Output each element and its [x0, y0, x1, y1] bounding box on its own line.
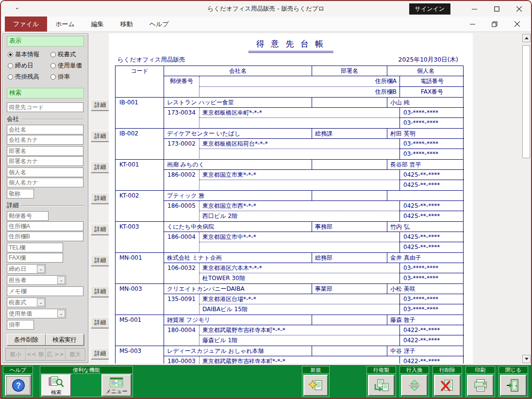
resize-button-3[interactable]: 最大	[66, 349, 85, 360]
new-group: 新規	[302, 366, 330, 397]
swap-rows-button[interactable]	[401, 375, 428, 396]
company-field-4[interactable]	[7, 167, 83, 177]
detail-field-7[interactable]	[7, 286, 83, 296]
detail-field-9[interactable]: 使用単価⌄	[7, 309, 66, 318]
cell-addr-a: 東京都国立市東*-*-*	[200, 170, 399, 180]
cell-fax: 03-****-****	[399, 273, 464, 284]
new-row-button[interactable]	[303, 375, 328, 396]
scroll-down-button[interactable]	[522, 355, 531, 363]
chevron-down-icon[interactable]: ⌄	[37, 265, 45, 273]
chevron-down-icon[interactable]: ⌄	[57, 310, 65, 317]
mdi-close-button[interactable]	[506, 17, 528, 32]
close-button[interactable]	[508, 1, 530, 17]
restore-icon	[492, 21, 498, 27]
mdi-window-controls	[461, 17, 528, 32]
search-icon	[49, 376, 64, 389]
detail-field-4[interactable]	[7, 253, 63, 263]
menu-tab-3[interactable]: 移動	[112, 17, 141, 32]
close-screen-button[interactable]	[500, 375, 527, 396]
chevron-down-icon[interactable]: ⌄	[57, 276, 65, 284]
company-field-1[interactable]	[7, 135, 83, 145]
scroll-up-button[interactable]	[522, 34, 531, 42]
detail-field-1[interactable]	[7, 221, 83, 231]
minimize-button[interactable]	[463, 1, 485, 17]
menu-tab-2[interactable]: 編集	[83, 17, 112, 32]
resize-button-0[interactable]: 最小	[6, 349, 26, 360]
resize-button-2[interactable]: 広 >>	[46, 349, 66, 360]
up-down-arrows-icon	[407, 379, 422, 392]
cell-code: IB-001	[116, 98, 164, 129]
delete-row-label: 行削除	[433, 366, 462, 374]
cell-addr-a: 東京都武蔵野市吉祥寺本町*-*-*	[200, 356, 399, 364]
menu-tab-1[interactable]: ホーム	[47, 17, 83, 32]
cell-dept	[312, 160, 387, 170]
company-field-6[interactable]	[7, 189, 34, 199]
cell-addr-b: 杜TOWER 30階	[200, 273, 399, 284]
detail-button-row-0[interactable]: 詳細	[91, 100, 110, 111]
close-icon	[516, 6, 522, 12]
maximize-button[interactable]	[485, 1, 508, 17]
display-option-2[interactable]: 締め日	[8, 62, 50, 70]
detail-button-row-3[interactable]: 詳細	[91, 193, 110, 204]
display-options: 基本情報税書式締め日使用単価売掛残高掛率	[8, 50, 84, 81]
signin-button[interactable]: サインイン	[409, 3, 450, 15]
detail-field-3[interactable]	[7, 243, 63, 252]
delete-document-icon	[440, 379, 455, 392]
company-field-0[interactable]	[7, 125, 83, 134]
search-button[interactable]: 検索	[41, 374, 71, 397]
chevron-down-icon[interactable]: ⌄	[15, 4, 19, 11]
mdi-restore-button[interactable]	[483, 17, 506, 32]
menu-button[interactable]: メニュー	[101, 374, 132, 397]
menu-tab-4[interactable]: ヘルプ	[141, 17, 177, 32]
company-field-2[interactable]	[7, 146, 83, 156]
detail-field-10[interactable]	[7, 320, 34, 330]
copy-rows-icon	[374, 379, 389, 392]
detail-field-6[interactable]: 担当者⌄	[7, 275, 66, 285]
menu-tab-0[interactable]: ファイル	[5, 17, 47, 32]
chevron-down-icon[interactable]: ⌄	[37, 299, 45, 306]
scrollbar-thumb[interactable]	[522, 45, 530, 158]
detail-field-2[interactable]	[7, 232, 83, 241]
vertical-scrollbar[interactable]	[522, 33, 531, 364]
customer-code-input[interactable]	[7, 102, 83, 112]
exit-door-icon	[506, 379, 521, 392]
detail-button-row-6[interactable]: 詳細	[91, 286, 110, 297]
resize-button-1[interactable]: << 狭	[26, 349, 46, 360]
duplicate-row-button[interactable]	[368, 375, 395, 396]
header-addr-a: 住所欄A	[200, 76, 399, 87]
detail-button-row-1[interactable]: 詳細	[91, 131, 110, 142]
detail-button-row-5[interactable]: 詳細	[91, 255, 110, 266]
company-field-5[interactable]	[7, 178, 83, 187]
header-postal: 郵便番号	[164, 76, 200, 98]
delete-row-button[interactable]	[434, 375, 461, 396]
detail-button-row-2[interactable]: 詳細	[91, 162, 110, 173]
detail-field-8[interactable]: 税書式⌄	[7, 298, 46, 307]
cell-dept	[312, 191, 387, 201]
table-row-IB-001: IB-001レストラン ハッピー食堂小山 純173-0034東京都板橋区幸町*-…	[116, 98, 463, 129]
print-group-label: 印刷	[466, 366, 495, 374]
display-option-0[interactable]: 基本情報	[8, 50, 50, 59]
mdi-minimize-button[interactable]	[461, 17, 483, 32]
print-button[interactable]	[467, 375, 494, 396]
new-document-icon	[309, 379, 323, 392]
detail-button-row-7[interactable]: 詳細	[91, 317, 110, 328]
detail-button-row-4[interactable]: 詳細	[91, 224, 110, 235]
clear-conditions-button[interactable]: 条件削除	[7, 334, 46, 346]
display-option-4[interactable]: 売掛残高	[8, 73, 50, 81]
detail-button-row-8[interactable]: 詳細	[91, 348, 110, 359]
detail-field-5[interactable]: 締め日⌄	[7, 264, 46, 274]
display-option-1[interactable]: 税書式	[50, 50, 85, 59]
display-option-3[interactable]: 使用単価	[50, 62, 85, 70]
cell-dept: 事業部	[312, 284, 387, 294]
cell-postal: 186-0002	[164, 170, 200, 191]
display-option-5[interactable]: 掛率	[50, 73, 85, 81]
cell-dept	[312, 315, 387, 325]
help-button[interactable]: ?	[5, 375, 32, 396]
delete-row-group: 行削除	[432, 366, 462, 397]
help-group: ヘルプ ?	[3, 366, 33, 397]
company-field-3[interactable]	[7, 156, 83, 166]
cell-code: MS-003	[116, 346, 164, 364]
detail-field-0[interactable]	[7, 211, 49, 221]
execute-search-button[interactable]: 検索実行	[46, 334, 84, 346]
cell-postal: 180-0004	[164, 325, 200, 346]
